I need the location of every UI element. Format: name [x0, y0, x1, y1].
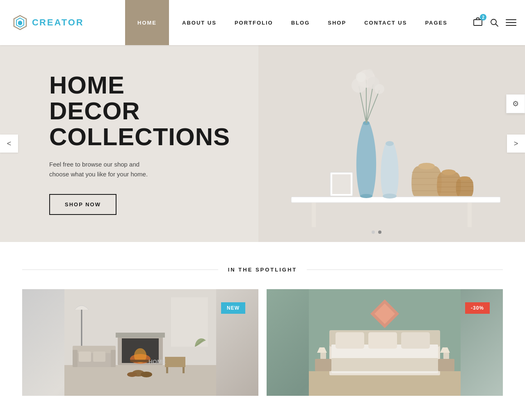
svg-rect-59	[79, 352, 91, 362]
nav-link-contact[interactable]: CONTACT US	[355, 20, 416, 26]
product-card-2[interactable]: -30%	[267, 289, 503, 396]
brand-name: CREATOR	[32, 17, 84, 28]
hero-dots	[372, 231, 381, 234]
svg-text:HOME: HOME	[148, 358, 166, 365]
spotlight-header: IN THE SPOTLIGHT	[22, 267, 503, 273]
svg-rect-85	[320, 353, 326, 359]
logo-icon	[12, 15, 28, 30]
hero-prev-button[interactable]: <	[0, 135, 18, 153]
logo-area[interactable]: CREATOR	[0, 0, 125, 45]
spotlight-line-left	[22, 269, 218, 270]
svg-point-24	[374, 84, 384, 94]
svg-point-16	[383, 194, 397, 199]
svg-point-26	[365, 69, 373, 77]
cart-count: 2	[480, 14, 486, 21]
svg-rect-83	[315, 359, 331, 371]
dot-2[interactable]	[378, 231, 381, 234]
nav-link-shop[interactable]: SHOP	[319, 20, 355, 26]
svg-point-67	[141, 372, 152, 377]
nav-link-pages[interactable]: PAGES	[416, 20, 457, 26]
svg-rect-42	[332, 174, 351, 194]
products-grid: NEW	[0, 289, 525, 396]
navbar: CREATOR HOME ABOUT US PORTFOLIO BLOG SHO…	[0, 0, 525, 45]
svg-rect-46	[64, 365, 216, 396]
svg-rect-11	[312, 203, 316, 227]
hero-illustration	[258, 45, 525, 242]
product-card-1[interactable]: NEW	[22, 289, 258, 396]
cart-button[interactable]: 2	[472, 16, 483, 29]
settings-button[interactable]: ⚙	[506, 94, 525, 113]
svg-rect-58	[111, 350, 116, 367]
nav-link-portfolio[interactable]: PORTFOLIO	[226, 20, 282, 26]
svg-point-15	[386, 141, 394, 146]
svg-rect-79	[401, 332, 430, 349]
spotlight-section: IN THE SPOTLIGHT NEW	[0, 242, 525, 404]
hero-image	[258, 45, 525, 242]
nav-link-blog[interactable]: BLOG	[282, 20, 319, 26]
shop-now-button[interactable]: SHOP NOW	[49, 194, 116, 215]
nav-home-tab[interactable]: HOME	[125, 0, 169, 45]
hero-title: HOME DECOR COLLECTIONS	[49, 72, 205, 150]
svg-rect-54	[130, 360, 151, 362]
svg-line-5	[496, 24, 498, 27]
hero-content: HOME DECOR COLLECTIONS Feel free to brow…	[0, 72, 205, 215]
svg-point-14	[360, 194, 372, 198]
svg-rect-77	[336, 332, 364, 349]
hero-next-button[interactable]: >	[507, 135, 525, 153]
menu-button[interactable]	[505, 18, 517, 27]
svg-rect-60	[93, 352, 105, 362]
svg-rect-57	[73, 350, 78, 367]
nav-link-about[interactable]: ABOUT US	[173, 20, 226, 26]
settings-icon: ⚙	[512, 99, 519, 108]
svg-rect-64	[166, 367, 168, 373]
svg-rect-10	[291, 197, 500, 203]
svg-point-32	[442, 169, 456, 175]
svg-rect-12	[468, 203, 472, 227]
svg-rect-78	[368, 332, 397, 349]
right-arrow-icon: >	[514, 139, 518, 148]
search-button[interactable]	[490, 18, 499, 27]
svg-rect-65	[183, 367, 185, 373]
nav-links: ABOUT US PORTFOLIO BLOG SHOP CONTACT US …	[169, 0, 464, 45]
svg-rect-84	[438, 359, 454, 371]
nav-actions: 2	[464, 0, 525, 45]
search-icon	[490, 18, 499, 27]
home-link[interactable]: HOME	[137, 20, 157, 26]
svg-rect-87	[443, 353, 449, 359]
hero-subtitle: Feel free to browse our shop andchoose w…	[49, 160, 205, 179]
left-arrow-icon: <	[7, 139, 11, 148]
hamburger-icon	[505, 18, 517, 27]
product-badge-sale: -30%	[465, 302, 490, 314]
svg-point-37	[459, 176, 470, 180]
svg-rect-3	[474, 20, 482, 25]
dot-1[interactable]	[372, 231, 375, 234]
svg-rect-63	[165, 357, 185, 367]
svg-rect-51	[116, 333, 165, 338]
svg-rect-80	[331, 358, 438, 371]
product-badge-new: NEW	[221, 302, 245, 314]
spotlight-line-right	[307, 269, 503, 270]
spotlight-title: IN THE SPOTLIGHT	[218, 267, 307, 273]
hero-section: < HOME DECOR COLLECTIONS Feel free to br…	[0, 45, 525, 242]
svg-marker-2	[18, 21, 22, 25]
svg-point-68	[127, 372, 137, 377]
svg-point-25	[356, 72, 366, 82]
